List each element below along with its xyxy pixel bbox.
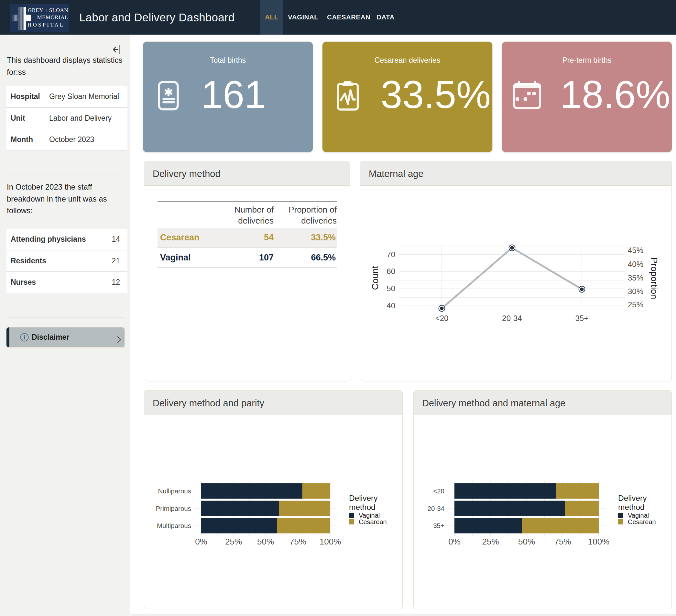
- svg-text:45%: 45%: [628, 246, 643, 255]
- svg-text:0%: 0%: [448, 537, 461, 547]
- svg-text:50%: 50%: [518, 537, 535, 547]
- svg-text:method: method: [618, 503, 644, 511]
- svg-text:0%: 0%: [195, 537, 207, 547]
- svg-text:Primiparous: Primiparous: [156, 505, 191, 512]
- svg-text:Vaginal: Vaginal: [359, 512, 380, 519]
- svg-text:60: 60: [387, 267, 395, 276]
- svg-text:Multiparous: Multiparous: [157, 522, 191, 529]
- svg-text:75%: 75%: [554, 537, 571, 547]
- svg-text:100%: 100%: [320, 537, 341, 547]
- svg-text:40: 40: [387, 301, 395, 310]
- svg-text:Cesarean: Cesarean: [359, 518, 387, 525]
- svg-text:Nulliparous: Nulliparous: [158, 487, 191, 495]
- svg-text:method: method: [349, 503, 376, 511]
- svg-text:<20: <20: [433, 487, 444, 495]
- svg-text:Cesarean: Cesarean: [628, 518, 656, 525]
- svg-text:MEMORIAL: MEMORIAL: [37, 14, 68, 20]
- svg-text:25%: 25%: [225, 537, 242, 547]
- svg-text:20-34: 20-34: [428, 505, 444, 512]
- svg-text:75%: 75%: [289, 537, 306, 547]
- svg-text:50%: 50%: [257, 537, 274, 547]
- svg-text:35%: 35%: [628, 273, 643, 282]
- svg-text:20-34: 20-34: [502, 314, 522, 323]
- svg-text:Delivery: Delivery: [349, 494, 378, 502]
- svg-text:HOSPITAL: HOSPITAL: [27, 22, 64, 28]
- svg-text:25%: 25%: [628, 300, 643, 309]
- svg-text:70: 70: [387, 250, 395, 259]
- svg-text:25%: 25%: [482, 537, 499, 547]
- svg-text:Count: Count: [370, 266, 380, 290]
- svg-text:40%: 40%: [628, 260, 643, 269]
- svg-text:35+: 35+: [433, 522, 444, 529]
- svg-text:30%: 30%: [628, 287, 643, 296]
- svg-text:35+: 35+: [575, 314, 589, 323]
- svg-text:100%: 100%: [588, 537, 610, 547]
- svg-text:Vaginal: Vaginal: [628, 512, 649, 519]
- svg-text:<20: <20: [435, 314, 449, 323]
- svg-text:Proportion: Proportion: [649, 257, 659, 299]
- svg-text:i: i: [23, 334, 25, 341]
- svg-text:50: 50: [387, 284, 395, 293]
- svg-text:GREY + SLOAN: GREY + SLOAN: [28, 7, 68, 13]
- svg-text:Delivery: Delivery: [618, 494, 647, 502]
